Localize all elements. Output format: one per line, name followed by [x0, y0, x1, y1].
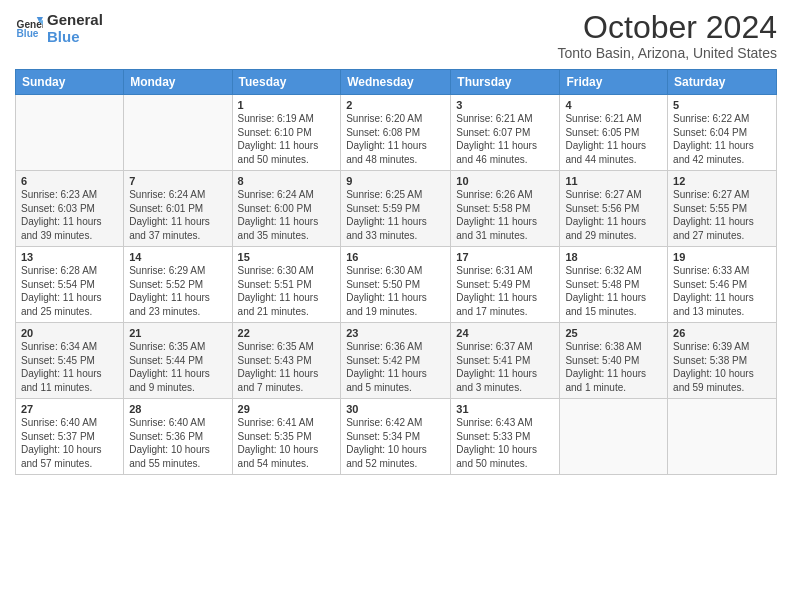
calendar-header-cell: Saturday — [668, 70, 777, 95]
calendar-cell: 14Sunrise: 6:29 AMSunset: 5:52 PMDayligh… — [124, 247, 232, 323]
calendar-cell: 29Sunrise: 6:41 AMSunset: 5:35 PMDayligh… — [232, 399, 341, 475]
day-info: Sunrise: 6:25 AMSunset: 5:59 PMDaylight:… — [346, 188, 445, 242]
day-info: Sunrise: 6:35 AMSunset: 5:43 PMDaylight:… — [238, 340, 336, 394]
calendar-cell: 31Sunrise: 6:43 AMSunset: 5:33 PMDayligh… — [451, 399, 560, 475]
calendar-cell: 28Sunrise: 6:40 AMSunset: 5:36 PMDayligh… — [124, 399, 232, 475]
day-number: 22 — [238, 327, 336, 339]
calendar-cell: 24Sunrise: 6:37 AMSunset: 5:41 PMDayligh… — [451, 323, 560, 399]
day-number: 12 — [673, 175, 771, 187]
calendar-cell — [124, 95, 232, 171]
calendar-cell: 19Sunrise: 6:33 AMSunset: 5:46 PMDayligh… — [668, 247, 777, 323]
day-number: 11 — [565, 175, 662, 187]
calendar-cell: 8Sunrise: 6:24 AMSunset: 6:00 PMDaylight… — [232, 171, 341, 247]
day-info: Sunrise: 6:23 AMSunset: 6:03 PMDaylight:… — [21, 188, 118, 242]
day-info: Sunrise: 6:27 AMSunset: 5:55 PMDaylight:… — [673, 188, 771, 242]
day-info: Sunrise: 6:21 AMSunset: 6:05 PMDaylight:… — [565, 112, 662, 166]
day-info: Sunrise: 6:28 AMSunset: 5:54 PMDaylight:… — [21, 264, 118, 318]
day-number: 26 — [673, 327, 771, 339]
calendar-cell: 5Sunrise: 6:22 AMSunset: 6:04 PMDaylight… — [668, 95, 777, 171]
day-number: 18 — [565, 251, 662, 263]
day-number: 23 — [346, 327, 445, 339]
day-number: 8 — [238, 175, 336, 187]
calendar-week-row: 1Sunrise: 6:19 AMSunset: 6:10 PMDaylight… — [16, 95, 777, 171]
day-info: Sunrise: 6:24 AMSunset: 6:00 PMDaylight:… — [238, 188, 336, 242]
day-info: Sunrise: 6:38 AMSunset: 5:40 PMDaylight:… — [565, 340, 662, 394]
calendar-cell: 21Sunrise: 6:35 AMSunset: 5:44 PMDayligh… — [124, 323, 232, 399]
day-number: 29 — [238, 403, 336, 415]
calendar-cell: 30Sunrise: 6:42 AMSunset: 5:34 PMDayligh… — [341, 399, 451, 475]
calendar-cell — [560, 399, 668, 475]
day-number: 19 — [673, 251, 771, 263]
calendar-cell: 18Sunrise: 6:32 AMSunset: 5:48 PMDayligh… — [560, 247, 668, 323]
calendar-cell: 2Sunrise: 6:20 AMSunset: 6:08 PMDaylight… — [341, 95, 451, 171]
calendar-cell: 17Sunrise: 6:31 AMSunset: 5:49 PMDayligh… — [451, 247, 560, 323]
day-number: 4 — [565, 99, 662, 111]
logo-line2: Blue — [47, 29, 103, 46]
calendar-header-cell: Thursday — [451, 70, 560, 95]
calendar-body: 1Sunrise: 6:19 AMSunset: 6:10 PMDaylight… — [16, 95, 777, 475]
day-number: 10 — [456, 175, 554, 187]
calendar-cell: 7Sunrise: 6:24 AMSunset: 6:01 PMDaylight… — [124, 171, 232, 247]
day-number: 28 — [129, 403, 226, 415]
day-number: 21 — [129, 327, 226, 339]
day-number: 6 — [21, 175, 118, 187]
day-info: Sunrise: 6:21 AMSunset: 6:07 PMDaylight:… — [456, 112, 554, 166]
day-info: Sunrise: 6:33 AMSunset: 5:46 PMDaylight:… — [673, 264, 771, 318]
day-info: Sunrise: 6:27 AMSunset: 5:56 PMDaylight:… — [565, 188, 662, 242]
title-block: October 2024 Tonto Basin, Arizona, Unite… — [558, 10, 777, 61]
calendar-cell: 26Sunrise: 6:39 AMSunset: 5:38 PMDayligh… — [668, 323, 777, 399]
day-number: 13 — [21, 251, 118, 263]
day-info: Sunrise: 6:32 AMSunset: 5:48 PMDaylight:… — [565, 264, 662, 318]
day-info: Sunrise: 6:42 AMSunset: 5:34 PMDaylight:… — [346, 416, 445, 470]
calendar-header-cell: Monday — [124, 70, 232, 95]
main-title: October 2024 — [558, 10, 777, 45]
calendar-week-row: 20Sunrise: 6:34 AMSunset: 5:45 PMDayligh… — [16, 323, 777, 399]
day-info: Sunrise: 6:34 AMSunset: 5:45 PMDaylight:… — [21, 340, 118, 394]
day-number: 17 — [456, 251, 554, 263]
calendar-week-row: 27Sunrise: 6:40 AMSunset: 5:37 PMDayligh… — [16, 399, 777, 475]
calendar-cell: 10Sunrise: 6:26 AMSunset: 5:58 PMDayligh… — [451, 171, 560, 247]
day-info: Sunrise: 6:19 AMSunset: 6:10 PMDaylight:… — [238, 112, 336, 166]
day-info: Sunrise: 6:36 AMSunset: 5:42 PMDaylight:… — [346, 340, 445, 394]
day-info: Sunrise: 6:26 AMSunset: 5:58 PMDaylight:… — [456, 188, 554, 242]
day-info: Sunrise: 6:41 AMSunset: 5:35 PMDaylight:… — [238, 416, 336, 470]
day-number: 2 — [346, 99, 445, 111]
day-number: 27 — [21, 403, 118, 415]
day-info: Sunrise: 6:20 AMSunset: 6:08 PMDaylight:… — [346, 112, 445, 166]
day-number: 3 — [456, 99, 554, 111]
day-number: 7 — [129, 175, 226, 187]
calendar-header-cell: Wednesday — [341, 70, 451, 95]
calendar-week-row: 6Sunrise: 6:23 AMSunset: 6:03 PMDaylight… — [16, 171, 777, 247]
calendar-cell: 16Sunrise: 6:30 AMSunset: 5:50 PMDayligh… — [341, 247, 451, 323]
day-info: Sunrise: 6:35 AMSunset: 5:44 PMDaylight:… — [129, 340, 226, 394]
day-info: Sunrise: 6:43 AMSunset: 5:33 PMDaylight:… — [456, 416, 554, 470]
calendar-header-cell: Tuesday — [232, 70, 341, 95]
day-number: 15 — [238, 251, 336, 263]
calendar-cell: 23Sunrise: 6:36 AMSunset: 5:42 PMDayligh… — [341, 323, 451, 399]
logo-icon: General Blue — [15, 14, 43, 42]
day-number: 1 — [238, 99, 336, 111]
calendar-table: SundayMondayTuesdayWednesdayThursdayFrid… — [15, 69, 777, 475]
calendar-cell: 11Sunrise: 6:27 AMSunset: 5:56 PMDayligh… — [560, 171, 668, 247]
day-info: Sunrise: 6:37 AMSunset: 5:41 PMDaylight:… — [456, 340, 554, 394]
logo-line1: General — [47, 12, 103, 29]
calendar-cell: 1Sunrise: 6:19 AMSunset: 6:10 PMDaylight… — [232, 95, 341, 171]
page-header: General Blue General Blue October 2024 T… — [15, 10, 777, 61]
day-number: 25 — [565, 327, 662, 339]
calendar-week-row: 13Sunrise: 6:28 AMSunset: 5:54 PMDayligh… — [16, 247, 777, 323]
day-info: Sunrise: 6:30 AMSunset: 5:51 PMDaylight:… — [238, 264, 336, 318]
calendar-cell: 22Sunrise: 6:35 AMSunset: 5:43 PMDayligh… — [232, 323, 341, 399]
calendar-cell: 9Sunrise: 6:25 AMSunset: 5:59 PMDaylight… — [341, 171, 451, 247]
day-number: 5 — [673, 99, 771, 111]
calendar-cell: 6Sunrise: 6:23 AMSunset: 6:03 PMDaylight… — [16, 171, 124, 247]
calendar-cell: 20Sunrise: 6:34 AMSunset: 5:45 PMDayligh… — [16, 323, 124, 399]
day-info: Sunrise: 6:29 AMSunset: 5:52 PMDaylight:… — [129, 264, 226, 318]
day-info: Sunrise: 6:24 AMSunset: 6:01 PMDaylight:… — [129, 188, 226, 242]
calendar-header-cell: Friday — [560, 70, 668, 95]
day-info: Sunrise: 6:40 AMSunset: 5:37 PMDaylight:… — [21, 416, 118, 470]
day-info: Sunrise: 6:39 AMSunset: 5:38 PMDaylight:… — [673, 340, 771, 394]
calendar-cell: 3Sunrise: 6:21 AMSunset: 6:07 PMDaylight… — [451, 95, 560, 171]
day-number: 31 — [456, 403, 554, 415]
calendar-cell: 13Sunrise: 6:28 AMSunset: 5:54 PMDayligh… — [16, 247, 124, 323]
logo: General Blue General Blue — [15, 10, 103, 45]
